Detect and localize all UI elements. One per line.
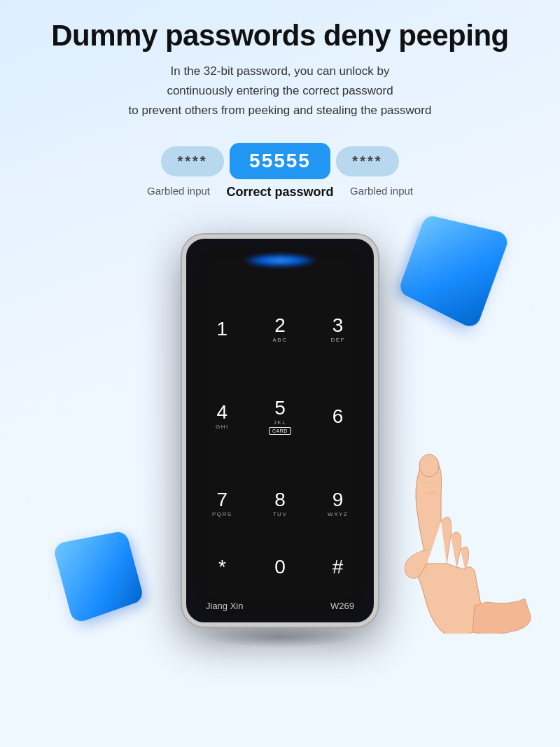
key-1[interactable]: 1	[193, 288, 251, 370]
key-bottom-row: *0#	[186, 552, 374, 596]
key-num-bottom-*: *	[218, 557, 226, 577]
key-4[interactable]: 4GHI	[193, 370, 251, 462]
device-section: 12ABC3DEF4GHI5JKLCARD67PQRS8TUV9WXYZ *0#…	[0, 207, 560, 655]
key-hash[interactable]: #	[309, 552, 367, 582]
header-section: Dummy passwords deny peeping In the 32-b…	[0, 0, 560, 127]
hand-overlay	[371, 410, 532, 634]
keypad-device: 12ABC3DEF4GHI5JKLCARD67PQRS8TUV9WXYZ *0#…	[182, 235, 378, 627]
key-0[interactable]: 0	[251, 552, 309, 582]
label-garbled-left: Garbled input	[136, 185, 220, 197]
blue-shape-bottom-left	[52, 531, 144, 624]
correct-password-pill: 55555	[230, 143, 330, 179]
brand-right: W269	[330, 601, 354, 611]
brand-row: Jiang Xin W269	[186, 596, 374, 622]
key-num-8: 8	[274, 490, 286, 510]
card-badge: CARD	[269, 427, 291, 435]
password-row: **** 55555 ****	[0, 143, 560, 179]
key-num-3: 3	[332, 316, 344, 335]
password-labels: Garbled input Correct password Garbled i…	[0, 185, 560, 200]
key-sub-4: GHI	[216, 424, 229, 430]
key-8[interactable]: 8TUV	[251, 462, 309, 545]
key-7[interactable]: 7PQRS	[193, 462, 251, 545]
hand-svg	[371, 410, 532, 634]
key-sub-3: DEF	[330, 337, 345, 343]
key-5[interactable]: 5JKLCARD	[251, 370, 309, 462]
key-num-bottom-#: #	[332, 557, 344, 577]
label-correct-password: Correct password	[220, 185, 340, 200]
key-num-7: 7	[217, 490, 228, 510]
key-num-bottom-0: 0	[274, 557, 286, 577]
key-num-4: 4	[217, 403, 228, 422]
key-num-6: 6	[332, 407, 344, 426]
key-sub-7: PQRS	[212, 511, 232, 517]
garbled-right-pill: ****	[336, 146, 399, 176]
keypad-glow	[245, 254, 315, 267]
garbled-left-pill: ****	[161, 146, 224, 176]
key-2[interactable]: 2ABC	[251, 288, 309, 370]
password-section: **** 55555 **** Garbled input Correct pa…	[0, 143, 560, 200]
key-num-9: 9	[332, 490, 344, 510]
label-garbled-right: Garbled input	[340, 185, 424, 197]
key-6[interactable]: 6	[309, 370, 367, 462]
page-title: Dummy passwords deny peeping	[28, 20, 532, 52]
key-sub-8: TUV	[273, 511, 288, 517]
svg-point-0	[419, 454, 439, 477]
key-sub-2: ABC	[273, 337, 288, 343]
blue-shape-top-right	[398, 215, 510, 331]
key-9[interactable]: 9WXYZ	[309, 462, 367, 545]
subtitle: In the 32-bit password, you can unlock b…	[28, 62, 532, 120]
key-grid: 12ABC3DEF4GHI5JKLCARD67PQRS8TUV9WXYZ	[186, 288, 374, 552]
key-num-1: 1	[217, 319, 228, 339]
key-3[interactable]: 3DEF	[309, 288, 367, 370]
key-num-5: 5	[274, 398, 286, 418]
key-sub-9: WXYZ	[328, 511, 348, 517]
key-star[interactable]: *	[193, 552, 251, 582]
device-shadow	[203, 627, 357, 648]
brand-left: Jiang Xin	[206, 601, 243, 611]
key-num-2: 2	[274, 316, 286, 335]
key-sub-5: JKL	[274, 419, 286, 426]
